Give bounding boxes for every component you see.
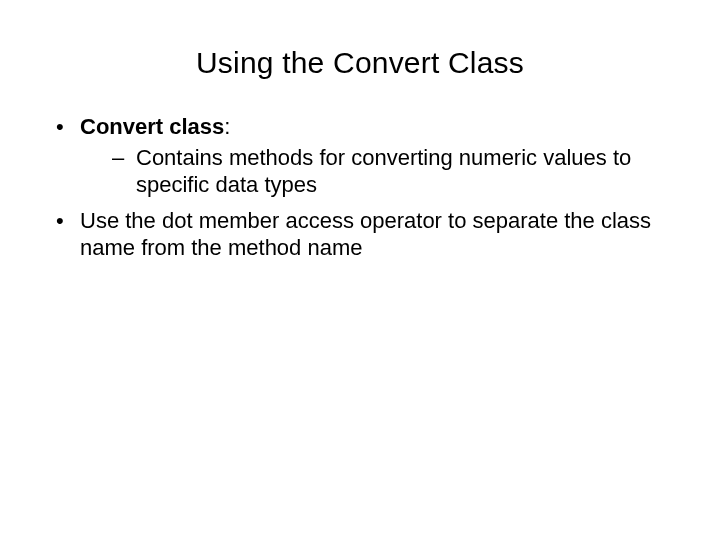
sub-bullet-list: Contains methods for converting numeric … (80, 145, 670, 199)
sub-bullet-1: Contains methods for converting numeric … (80, 145, 670, 199)
bullet-item-1: Convert class: Contains methods for conv… (50, 114, 670, 198)
bullet-list: Convert class: Contains methods for conv… (50, 114, 670, 262)
slide: Using the Convert Class Convert class: C… (0, 46, 720, 540)
bullet-1-rest: : (224, 114, 230, 139)
bullet-item-2: Use the dot member access operator to se… (50, 208, 670, 262)
slide-title: Using the Convert Class (0, 46, 720, 80)
bullet-1-bold: Convert class (80, 114, 224, 139)
slide-body: Convert class: Contains methods for conv… (0, 114, 720, 262)
